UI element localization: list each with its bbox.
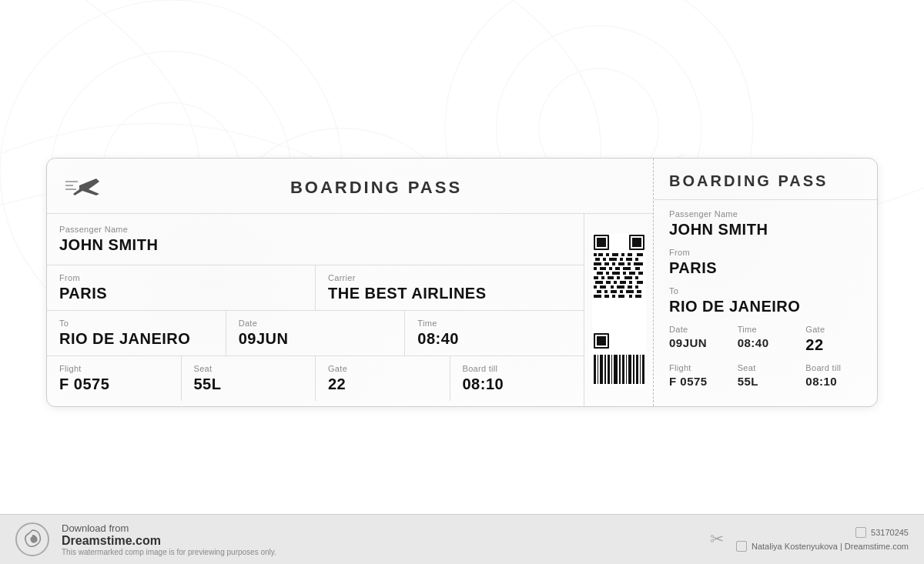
scissors-icon: ✂ bbox=[710, 529, 724, 549]
seat-cell: Seat 55L bbox=[182, 356, 316, 401]
right-seat-value: 55L bbox=[738, 375, 794, 388]
svg-rect-66 bbox=[635, 285, 638, 289]
svg-rect-84 bbox=[600, 355, 603, 384]
right-board-till-cell: Board till 08:10 bbox=[805, 363, 862, 388]
svg-rect-64 bbox=[617, 285, 624, 289]
svg-rect-58 bbox=[620, 281, 626, 284]
svg-rect-50 bbox=[601, 276, 604, 279]
left-body: Passenger Name JOHN SMITH From PARIS Car… bbox=[47, 214, 653, 406]
passenger-name-row: Passenger Name JOHN SMITH bbox=[47, 214, 584, 265]
svg-rect-82 bbox=[594, 355, 596, 384]
footer-sub: This watermarked comp image is for previ… bbox=[62, 548, 698, 556]
svg-rect-40 bbox=[615, 267, 620, 270]
seat-value: 55L bbox=[194, 375, 303, 393]
svg-rect-73 bbox=[594, 295, 601, 298]
svg-rect-87 bbox=[611, 355, 612, 384]
svg-rect-94 bbox=[636, 355, 638, 384]
svg-rect-37 bbox=[594, 267, 597, 270]
flight-cell: Flight F 0575 bbox=[47, 356, 182, 401]
passenger-cell: Passenger Name JOHN SMITH bbox=[47, 214, 584, 265]
right-to-value: RIO DE JANEIRO bbox=[669, 298, 862, 315]
svg-rect-75 bbox=[612, 295, 615, 298]
right-board-till-label: Board till bbox=[805, 363, 862, 372]
left-info: Passenger Name JOHN SMITH From PARIS Car… bbox=[47, 214, 584, 406]
svg-rect-69 bbox=[611, 290, 617, 293]
svg-rect-74 bbox=[604, 295, 609, 298]
right-passenger-field: Passenger Name JOHN SMITH bbox=[669, 209, 862, 239]
svg-rect-59 bbox=[629, 281, 632, 284]
svg-rect-32 bbox=[604, 262, 609, 265]
svg-rect-65 bbox=[628, 285, 632, 289]
to-date-time-row: To RIO DE JANEIRO Date 09JUN Time 08:40 bbox=[47, 311, 584, 356]
boarding-title-left: BOARDING PASS bbox=[118, 178, 634, 198]
time-value: 08:40 bbox=[417, 330, 571, 348]
from-label: From bbox=[59, 273, 303, 282]
svg-rect-14 bbox=[597, 238, 606, 247]
right-date-cell: Date 09JUN bbox=[669, 325, 725, 354]
svg-rect-22 bbox=[621, 253, 624, 256]
barcode-section bbox=[584, 214, 653, 406]
flight-value: F 0575 bbox=[59, 375, 169, 393]
svg-rect-17 bbox=[632, 238, 641, 247]
svg-rect-85 bbox=[604, 355, 606, 384]
svg-rect-90 bbox=[622, 355, 624, 384]
seat-label: Seat bbox=[194, 364, 303, 373]
right-flight-cell: Flight F 0575 bbox=[669, 363, 725, 388]
right-seat-cell: Seat 55L bbox=[738, 363, 794, 388]
svg-rect-83 bbox=[598, 355, 598, 384]
svg-rect-68 bbox=[604, 290, 608, 293]
gate-cell: Gate 22 bbox=[316, 356, 450, 401]
right-gate-label: Gate bbox=[805, 325, 862, 334]
svg-rect-70 bbox=[620, 290, 623, 293]
right-gate-value: 22 bbox=[805, 336, 862, 354]
id-icon-box bbox=[855, 527, 866, 538]
svg-rect-93 bbox=[633, 355, 634, 384]
svg-rect-61 bbox=[594, 285, 597, 289]
right-date-time-gate-row: Date 09JUN Time 08:40 Gate 22 bbox=[669, 325, 862, 354]
footer-right: 53170245 Nataliya Kostenyukova | Dreamst… bbox=[736, 527, 909, 552]
board-till-value: 08:10 bbox=[463, 375, 572, 393]
board-till-cell: Board till 08:10 bbox=[450, 356, 584, 401]
svg-rect-96 bbox=[642, 355, 644, 384]
left-header: BOARDING PASS bbox=[47, 159, 653, 214]
right-to-label: To bbox=[669, 286, 862, 295]
svg-rect-71 bbox=[626, 290, 634, 293]
svg-rect-25 bbox=[595, 258, 600, 261]
svg-rect-55 bbox=[595, 281, 603, 284]
passenger-name: JOHN SMITH bbox=[59, 236, 571, 254]
gate-label: Gate bbox=[328, 364, 437, 373]
right-flight-label: Flight bbox=[669, 363, 725, 372]
svg-rect-21 bbox=[612, 253, 618, 256]
svg-rect-18 bbox=[594, 253, 597, 256]
svg-rect-49 bbox=[594, 276, 598, 279]
svg-rect-43 bbox=[597, 272, 603, 275]
svg-rect-67 bbox=[597, 290, 601, 293]
svg-rect-35 bbox=[628, 262, 631, 265]
right-date-label: Date bbox=[669, 325, 725, 334]
boarding-card: BOARDING PASS Passenger Name JOHN SMITH bbox=[46, 158, 878, 407]
time-cell: Time 08:40 bbox=[405, 311, 584, 355]
svg-rect-44 bbox=[606, 272, 609, 275]
svg-rect-47 bbox=[629, 272, 635, 275]
svg-rect-26 bbox=[603, 258, 606, 261]
right-time-label: Time bbox=[738, 325, 794, 334]
svg-rect-28 bbox=[620, 258, 623, 261]
footer-id: 53170245 bbox=[855, 527, 909, 538]
svg-rect-81 bbox=[597, 336, 606, 345]
right-header: BOARDING PASS bbox=[654, 159, 877, 200]
to-label: To bbox=[59, 319, 213, 328]
svg-rect-38 bbox=[600, 267, 606, 270]
gate-value: 22 bbox=[328, 375, 437, 393]
svg-rect-76 bbox=[618, 295, 624, 298]
svg-rect-62 bbox=[600, 285, 606, 289]
svg-rect-45 bbox=[612, 272, 620, 275]
svg-rect-31 bbox=[594, 262, 601, 265]
svg-rect-57 bbox=[614, 281, 617, 284]
time-label: Time bbox=[417, 319, 571, 328]
footer-brand: Dreamstime.com bbox=[62, 534, 698, 548]
right-board-till-value: 08:10 bbox=[805, 375, 862, 388]
svg-rect-33 bbox=[612, 262, 615, 265]
svg-rect-46 bbox=[623, 272, 626, 275]
footer-author-value: Nataliya Kostenyukova | Dreamstime.com bbox=[752, 542, 909, 551]
svg-rect-23 bbox=[628, 253, 632, 256]
